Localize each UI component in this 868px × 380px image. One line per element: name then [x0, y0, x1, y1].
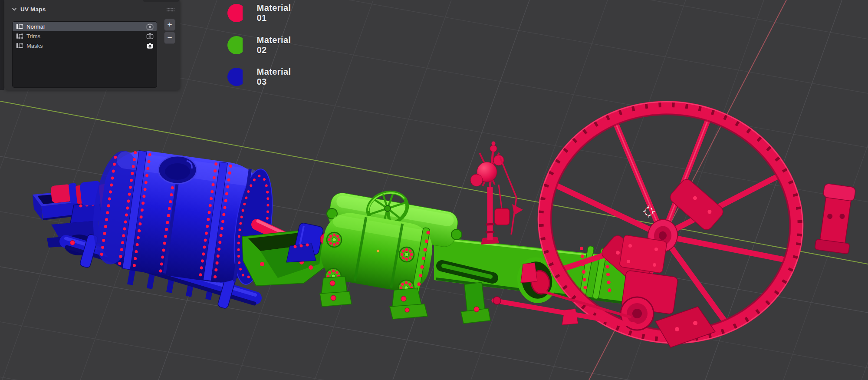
- material-01-swatch: [227, 3, 243, 23]
- legend-item-material-03: Material 03: [227, 67, 295, 86]
- material-03-label: Material 03: [257, 67, 295, 87]
- uvmap-icon: [16, 42, 23, 50]
- remove-uv-map-button[interactable]: −: [164, 32, 175, 44]
- camera-render-disabled-icon[interactable]: [146, 23, 154, 30]
- material-01-label: Material 01: [257, 3, 295, 23]
- camera-render-disabled-icon[interactable]: [146, 32, 154, 40]
- legend-item-material-01: Material 01: [227, 3, 295, 23]
- blender-viewport-screenshot: Material 01 Material 02 Material 03 UV M…: [0, 0, 868, 380]
- material-02-label: Material 02: [257, 35, 295, 55]
- legend-item-material-02: Material 02: [227, 36, 295, 55]
- uv-map-name: Trims: [26, 33, 40, 40]
- chevron-down-icon[interactable]: [11, 6, 17, 12]
- uv-map-row-masks[interactable]: Masks: [13, 41, 157, 50]
- list-buttons: + −: [164, 19, 175, 45]
- uv-map-row-trims[interactable]: Trims: [13, 31, 157, 41]
- uv-maps-panel: UV Maps Normal: [4, 0, 180, 90]
- grip-dots-icon[interactable]: [166, 7, 175, 12]
- uv-map-name: Normal: [26, 23, 45, 30]
- uv-map-row-normal[interactable]: Normal: [13, 22, 157, 31]
- camera-render-enabled-icon[interactable]: [146, 42, 154, 50]
- uv-map-name: Masks: [26, 43, 43, 49]
- material-02-swatch: [227, 36, 243, 55]
- uvmap-icon: [16, 23, 23, 30]
- uv-maps-panel-header[interactable]: UV Maps: [4, 0, 180, 18]
- panel-title: UV Maps: [20, 6, 46, 13]
- add-uv-map-button[interactable]: +: [164, 19, 175, 31]
- uv-map-list: Normal Trims: [12, 21, 157, 88]
- material-03-swatch: [227, 67, 243, 86]
- object-origin-dot: [377, 250, 379, 252]
- uvmap-icon: [16, 32, 23, 40]
